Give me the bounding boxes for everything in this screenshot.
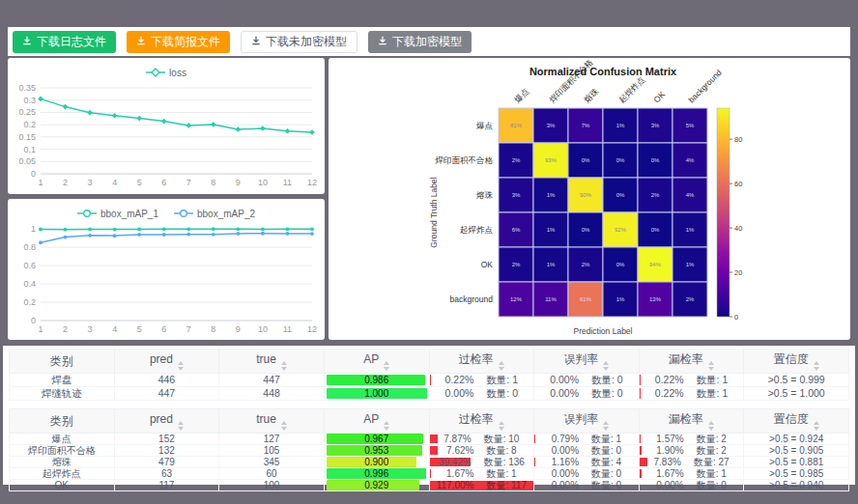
metrics-tables-section: 类别predtrueAP过检率误判率漏检率置信度焊盘4464470.9860.2… xyxy=(3,346,855,485)
cell-pred: 446 xyxy=(114,374,219,387)
cell-miss-rate: 7.83%数量: 27 xyxy=(639,457,744,468)
sort-carets-icon[interactable] xyxy=(384,361,389,371)
matrix-row-label: background xyxy=(450,294,494,304)
sort-carets-icon[interactable] xyxy=(384,421,389,431)
cell-class: 焊缝轨迹 xyxy=(10,387,115,401)
column-header-误判率[interactable]: 误判率 xyxy=(534,409,640,434)
matrix-row-label: 爆点 xyxy=(476,121,494,130)
download-unencrypted-model-button[interactable]: 下载未加密模型 xyxy=(241,31,358,53)
x-axis-tick-label: 10 xyxy=(258,178,268,187)
sort-carets-icon[interactable] xyxy=(603,421,609,431)
matrix-cell-value: 93% xyxy=(545,157,558,163)
matrix-col-label: background xyxy=(686,68,724,105)
column-header-过检率[interactable]: 过检率 xyxy=(429,350,534,374)
miss-rate-value: 0.22% xyxy=(655,374,684,386)
x-axis-tick-label: 5 xyxy=(137,324,142,334)
over-rate-count: 数量: 1 xyxy=(486,468,516,479)
sort-carets-icon[interactable] xyxy=(281,421,287,431)
sort-carets-icon[interactable] xyxy=(708,361,714,371)
over-rate-value: 7.62% xyxy=(446,445,473,456)
sort-carets-icon[interactable] xyxy=(178,421,184,431)
map-chart: 00.20.40.60.81123456789101112 xyxy=(8,222,325,340)
matrix-cell-value: 1% xyxy=(547,227,556,233)
matrix-cell-value: 1% xyxy=(686,227,695,233)
data-point xyxy=(310,232,314,236)
data-point xyxy=(112,113,118,119)
cell-miss-rate: 1.57%数量: 2 xyxy=(639,434,744,445)
legend-item-bbox_mAP_1[interactable]: bbox_mAP_1 xyxy=(77,209,158,219)
sort-carets-icon[interactable] xyxy=(499,361,504,371)
table-row: 爆点1521270.9677.87%数量: 100.79%数量: 11.57%数… xyxy=(10,434,849,445)
column-header-true[interactable]: true xyxy=(219,409,325,434)
colorbar-tick-label: 40 xyxy=(734,224,742,233)
x-axis-tick-label: 2 xyxy=(63,178,68,187)
ap-value: 0.986 xyxy=(327,375,427,385)
column-header-pred[interactable]: pred xyxy=(114,350,219,374)
column-header-漏检率[interactable]: 漏检率 xyxy=(639,409,744,434)
x-axis-tick-label: 11 xyxy=(283,324,292,334)
sort-carets-icon[interactable] xyxy=(603,361,609,371)
table-row: 焊缝轨迹4474481.0000.00%数量: 00.00%数量: 00.22%… xyxy=(10,387,849,401)
matrix-col-label: 起焊炸点 xyxy=(616,74,646,104)
column-header-label: 置信度 xyxy=(774,352,809,366)
data-point xyxy=(88,234,92,238)
column-header-过检率[interactable]: 过检率 xyxy=(429,409,534,434)
loss-chart: 00.050.10.150.20.250.30.3512345678910111… xyxy=(8,81,325,193)
column-header-漏检率[interactable]: 漏检率 xyxy=(639,350,744,374)
cell-confidence: >0.5 = 0.905 xyxy=(744,445,849,457)
miss-rate-count: 数量: 2 xyxy=(697,445,727,456)
download-encrypted-model-button[interactable]: 下载加密模型 xyxy=(368,31,472,53)
matrix-cell-value: 0% xyxy=(616,262,625,267)
data-point xyxy=(63,104,69,110)
map-chart-legend: bbox_mAP_1bbox_mAP_2 xyxy=(8,199,325,222)
x-axis-tick-label: 11 xyxy=(283,178,292,187)
matrix-row-label: OK xyxy=(481,260,494,269)
sort-carets-icon[interactable] xyxy=(281,361,287,371)
over-rate-count: 数量: 1 xyxy=(486,374,518,386)
column-header-true[interactable]: true xyxy=(219,350,325,374)
over-rate-count: 数量: 117 xyxy=(486,480,527,490)
column-header-pred[interactable]: pred xyxy=(114,409,219,434)
chart-svg: 00.20.40.60.81123456789101112 xyxy=(8,222,325,336)
matrix-cell-value: 2% xyxy=(582,262,590,267)
chart-svg: 00.050.10.150.20.250.30.3512345678910111… xyxy=(8,81,325,189)
x-axis-tick-label: 1 xyxy=(38,178,43,187)
matrix-cell-value: 7% xyxy=(582,123,590,128)
legend-item-bbox_mAP_2[interactable]: bbox_mAP_2 xyxy=(174,209,255,219)
column-header-误判率[interactable]: 误判率 xyxy=(534,350,640,374)
ap-value: 0.996 xyxy=(327,468,427,479)
matrix-cell-value: 0% xyxy=(582,227,590,233)
cell-confidence: >0.5 = 0.940 xyxy=(744,480,849,491)
column-header-label: 过检率 xyxy=(459,412,494,426)
over-rate-value: 0.00% xyxy=(445,387,474,400)
sort-carets-icon[interactable] xyxy=(708,421,714,431)
misjudge-rate-value: 0.00% xyxy=(550,374,579,386)
y-axis-tick-label: 0.8 xyxy=(23,242,36,252)
sort-carets-icon[interactable] xyxy=(178,361,184,371)
column-header-置信度[interactable]: 置信度 xyxy=(744,409,849,434)
download-report-button[interactable]: 下载简报文件 xyxy=(127,31,230,53)
legend-item-loss[interactable]: loss xyxy=(146,68,186,78)
data-point xyxy=(310,227,314,231)
table-row: OK1171000.929117.00%数量: 1170.00%数量: 00.0… xyxy=(10,480,849,491)
y-axis-tick-label: 0.4 xyxy=(23,279,36,289)
y-axis-title: Ground Truth Label xyxy=(429,177,439,247)
column-header-AP[interactable]: AP xyxy=(324,409,429,434)
cell-miss-rate: 0.22%数量: 1 xyxy=(639,387,744,401)
map-chart-card: bbox_mAP_1bbox_mAP_2 00.20.40.60.8112345… xyxy=(8,199,325,340)
download-log-button[interactable]: 下载日志文件 xyxy=(13,31,116,53)
button-label: 下载未加密模型 xyxy=(266,34,347,50)
miss-rate-value: 1.90% xyxy=(656,445,683,456)
column-header-置信度[interactable]: 置信度 xyxy=(744,350,849,374)
sort-carets-icon[interactable] xyxy=(814,361,819,371)
y-axis-tick-label: 0.25 xyxy=(18,107,36,117)
column-header-label: 过检率 xyxy=(459,352,494,366)
column-header-AP[interactable]: AP xyxy=(324,350,429,374)
sort-carets-icon[interactable] xyxy=(499,421,504,431)
sort-carets-icon[interactable] xyxy=(814,421,819,431)
data-point xyxy=(236,126,242,132)
table-gap xyxy=(9,401,849,408)
matrix-cell-value: 13% xyxy=(649,296,662,302)
column-header-label: 置信度 xyxy=(774,412,809,426)
table-row: 焊印面积不合格1321050.9537.62%数量: 80.00%数量: 01.… xyxy=(10,445,849,457)
